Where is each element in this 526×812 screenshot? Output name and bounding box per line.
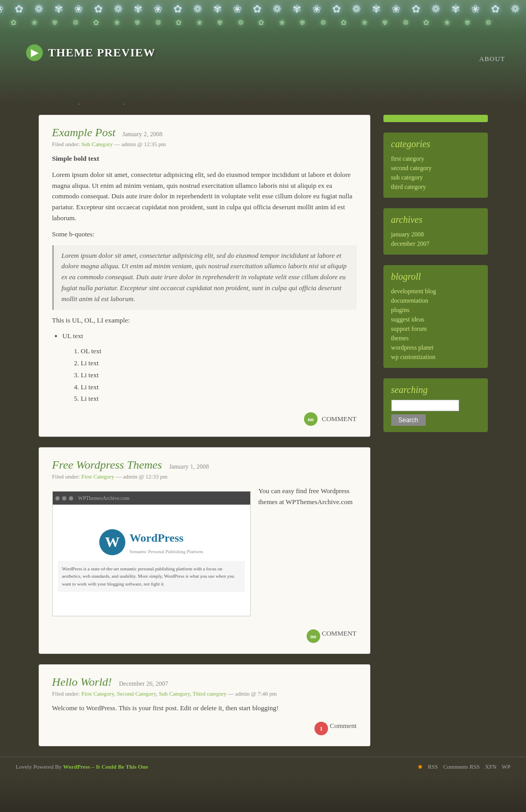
sidebar-categories-list: first category second category sub categ… <box>391 154 480 192</box>
main-wrapper: Example Post January 2, 2008 Filed under… <box>28 104 498 757</box>
sidebar-blogroll-widget: blogroll development blog documentation … <box>383 265 488 368</box>
rss-link[interactable]: RSS <box>428 763 438 770</box>
blogroll-plugins[interactable]: plugins <box>391 306 410 314</box>
footer-wp-link[interactable]: WordPress – It Could Be This One <box>63 763 148 770</box>
post-date: January 1, 2008 <box>169 463 209 470</box>
content-area: Example Post January 2, 2008 Filed under… <box>39 115 370 746</box>
wp-content: W WordPress Semantic Personal Publishing… <box>53 505 250 616</box>
xfn-link[interactable]: XFN <box>485 763 496 770</box>
footer-right: ◉ RSS Comments RSS XFN WP <box>418 763 510 770</box>
comment-count-circle: no <box>304 412 318 426</box>
site-logo-icon: ▶ <box>26 44 43 61</box>
list-item: plugins <box>391 305 480 315</box>
sidebar-categories-title: categories <box>391 139 480 150</box>
list-item: support forum <box>391 324 480 333</box>
sidebar-search-title: searching <box>391 385 480 396</box>
wp-tagline: Semantic Personal Publishing Platform <box>130 548 203 555</box>
blogroll-suggest[interactable]: suggest ideas <box>391 316 425 323</box>
list-item: december 2007 <box>391 239 480 248</box>
archive-dec-2007[interactable]: december 2007 <box>391 240 430 247</box>
search-button[interactable]: Search <box>391 414 426 426</box>
category-link-sub[interactable]: sub category <box>391 174 423 181</box>
topbar-btn <box>69 496 73 500</box>
post-content: WPThemesArchive.com W WordPress Sema <box>52 486 357 622</box>
footer-powered-text: Lovely Powered By <box>16 763 63 770</box>
post-category-link[interactable]: First Category <box>81 473 114 480</box>
post-cat1-link[interactable]: First Category <box>81 690 114 697</box>
wp-screenshot-inner: WPThemesArchive.com W WordPress Sema <box>53 492 250 616</box>
post-cat4-link[interactable]: Third category <box>193 690 227 697</box>
list-item: documentation <box>391 296 480 305</box>
topbar-btn <box>55 496 60 500</box>
post-flex-row: WPThemesArchive.com W WordPress Sema <box>52 486 357 622</box>
list-item: second category <box>391 163 480 173</box>
archive-jan-2008[interactable]: january 2008 <box>391 231 424 238</box>
post-side-text: You can easy find free Wordpress themes … <box>259 486 357 616</box>
category-link-first[interactable]: first category <box>391 155 425 162</box>
wp-logo-row: W WordPress Semantic Personal Publishing… <box>99 529 203 556</box>
post-category-link[interactable]: Sub Category <box>81 141 113 147</box>
search-input[interactable] <box>391 400 459 411</box>
sidebar-blogroll-list: development blog documentation plugins s… <box>391 286 480 362</box>
comment-badge: no comment <box>52 412 357 426</box>
post-meta: Filed under: Sub Category — admin @ 12:3… <box>52 141 357 147</box>
post-body-text: Welcome to WordPress. This is your first… <box>52 703 357 714</box>
wp-logo-letter: W <box>105 531 120 554</box>
post-title-row: Example Post January 2, 2008 <box>52 126 357 139</box>
category-link-second[interactable]: second category <box>391 164 432 172</box>
blogroll-support[interactable]: support forum <box>391 325 427 332</box>
list-label: This is UL, OL, LI example: <box>52 315 357 326</box>
post-meta: Filed under: First Category, Second Cate… <box>52 690 357 697</box>
list-item: sub category <box>391 173 480 182</box>
post-title-link[interactable]: Free Wordpress Themes <box>52 458 162 471</box>
comment-count-circle: 1 <box>314 722 328 735</box>
wp-logo-circle: W <box>99 529 125 555</box>
category-link-third[interactable]: third category <box>391 183 426 190</box>
comment-count-circle: no <box>307 629 320 643</box>
post-title: Example Post <box>52 126 119 139</box>
blogroll-docs[interactable]: documentation <box>391 297 428 304</box>
comment-text: Comment <box>328 722 357 735</box>
blogroll-themes[interactable]: themes <box>391 335 409 342</box>
li-item: Li text <box>81 370 357 381</box>
wp-screenshot: WPThemesArchive.com W WordPress Sema <box>52 491 251 616</box>
post-bold-text: Simple bold text <box>52 154 99 162</box>
list-item: development blog <box>391 286 480 296</box>
post-title-link[interactable]: Example Post <box>52 126 116 139</box>
list-item: themes <box>391 333 480 343</box>
comment-text: comment <box>320 415 357 423</box>
url-bar: WPThemesArchive.com <box>78 494 130 503</box>
comment-badge: no comment <box>52 629 357 643</box>
comments-rss-link[interactable]: Comments RSS <box>443 763 480 770</box>
post-content: Welcome to WordPress. This is your first… <box>52 703 357 714</box>
wp-logo-text-area: WordPress Semantic Personal Publishing P… <box>130 529 203 556</box>
blogroll-wpcustom[interactable]: wp customization <box>391 353 436 361</box>
wp-link[interactable]: WP <box>502 763 511 770</box>
ul-list: UL text OL text Li text Li text Li text … <box>52 331 357 404</box>
site-footer: Lovely Powered By WordPress – It Could B… <box>0 757 526 776</box>
sidebar: categories first category second categor… <box>383 115 488 746</box>
post-hello-world: Hello World! December 26, 2007 Filed und… <box>39 664 370 746</box>
sidebar-green-bar <box>383 115 488 122</box>
post-body-text: Lorem ipsum dolor sit amet, consectetur … <box>52 170 357 224</box>
post-meta: Filed under: First Category — admin @ 12… <box>52 473 357 480</box>
wp-body-text: WordPress is a state-of-the-art semantic… <box>58 561 245 592</box>
post-title-row: Free Wordpress Themes January 1, 2008 <box>52 458 357 472</box>
blogroll-dev[interactable]: development blog <box>391 288 436 295</box>
sidebar-blogroll-title: blogroll <box>391 271 480 282</box>
sidebar-search-widget: searching Search <box>383 378 488 432</box>
li-item: Li text <box>81 382 357 393</box>
comment-text: comment <box>320 629 357 643</box>
post-title: Hello World! <box>52 675 115 688</box>
bottom-decoration <box>0 776 526 812</box>
post-cat2-link[interactable]: Second Category <box>117 690 156 697</box>
nav-about-link[interactable]: ABOUT <box>479 55 505 63</box>
blogroll-wpplanet[interactable]: wordpress planet <box>391 344 434 351</box>
footer-left: Lovely Powered By WordPress – It Could B… <box>16 763 148 770</box>
post-cat3-link[interactable]: Sub Category <box>159 690 190 697</box>
site-header: ▶ THEME PREVIEW Theme preview tagline AB… <box>0 0 526 104</box>
sidebar-archives-list: january 2008 december 2007 <box>391 230 480 248</box>
post-title-link[interactable]: Hello World! <box>52 675 112 688</box>
post-title: Free Wordpress Themes <box>52 458 165 471</box>
post-example: Example Post January 2, 2008 Filed under… <box>39 115 370 437</box>
